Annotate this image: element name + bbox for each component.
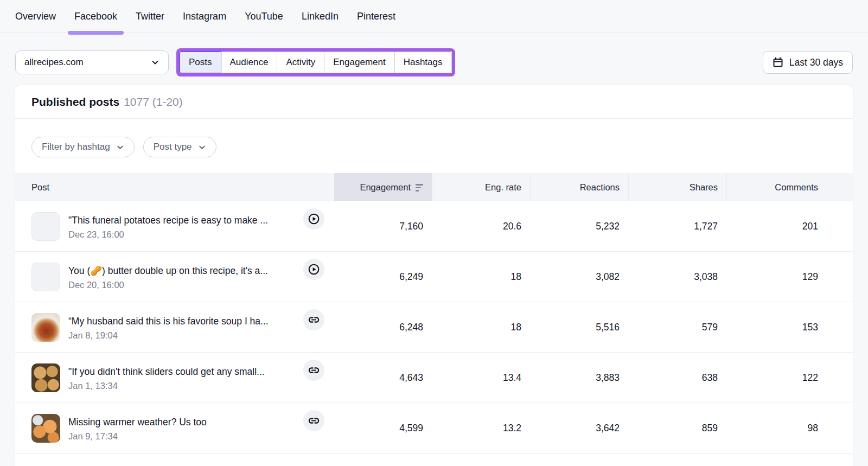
post-thumbnail [31, 313, 60, 342]
eng-rate-value: 20.6 [432, 221, 530, 232]
post-cell: "This funeral potatoes recipe is easy to… [15, 201, 334, 251]
tab-overview[interactable]: Overview [15, 0, 56, 33]
post-title[interactable]: “My husband said this is his favorite so… [68, 314, 269, 328]
engagement-value: 6,249 [334, 271, 432, 283]
tab-instagram[interactable]: Instagram [183, 0, 226, 33]
post-thumbnail [31, 263, 60, 291]
post-text: "This funeral potatoes recipe is easy to… [68, 213, 268, 240]
reactions-value: 3,082 [530, 271, 628, 283]
reactions-value: 3,642 [530, 423, 628, 434]
post-date: Jan 8, 19:04 [68, 330, 269, 341]
comments-value: 122 [726, 372, 853, 384]
shares-value: 579 [628, 322, 726, 333]
post-cell: You (🥜) butter double up on this recipe,… [15, 252, 334, 302]
column-header-reactions[interactable]: Reactions [530, 173, 628, 201]
eng-rate-value: 13.4 [432, 372, 530, 384]
comments-value: 201 [726, 221, 853, 232]
engagement-value: 6,248 [334, 322, 432, 333]
profile-select-value: allrecipes.com [24, 57, 84, 68]
post-title[interactable]: Missing warmer weather? Us too [68, 415, 207, 429]
tab-audience[interactable]: Audience [221, 52, 278, 73]
post-thumbnail [31, 363, 60, 392]
post-date: Jan 9, 17:34 [68, 431, 207, 442]
post-date: Dec 23, 16:00 [68, 229, 268, 240]
tab-posts[interactable]: Posts [180, 52, 221, 73]
link-icon[interactable] [303, 309, 324, 330]
annotation-highlight-box: Posts Audience Activity Engagement Hasht… [176, 48, 455, 76]
panel-title: Published posts [31, 95, 119, 108]
sort-desc-icon [416, 184, 423, 191]
eng-rate-value: 13.2 [432, 423, 530, 434]
column-header-eng-rate[interactable]: Eng. rate [432, 173, 530, 201]
play-icon[interactable] [303, 259, 324, 280]
tab-activity[interactable]: Activity [277, 52, 324, 73]
published-posts-panel: Published posts1077 (1-20) Filter by has… [15, 85, 853, 466]
comments-value: 98 [726, 423, 853, 434]
chevron-down-icon [198, 143, 206, 151]
post-text: Missing warmer weather? Us too Jan 9, 17… [68, 415, 207, 442]
tab-facebook[interactable]: Facebook [74, 0, 117, 33]
shares-value: 859 [628, 423, 726, 434]
active-tab-underline [68, 31, 124, 35]
post-date: Jan 1, 13:34 [68, 381, 265, 391]
posts-count: 1077 (1-20) [124, 95, 183, 108]
date-range-label: Last 30 days [789, 57, 843, 68]
eng-rate-value: 18 [432, 271, 530, 283]
tab-youtube[interactable]: YouTube [245, 0, 283, 33]
table-header: Post Engagement Eng. rate Reactions Shar… [15, 173, 853, 201]
post-title[interactable]: "This funeral potatoes recipe is easy to… [68, 213, 268, 227]
post-title[interactable]: You (🥜) butter double up on this recipe,… [68, 264, 268, 278]
post-title[interactable]: "If you didn't think sliders could get a… [68, 365, 265, 379]
table-row[interactable]: “My husband said this is his favorite so… [15, 302, 853, 353]
column-header-post: Post [15, 173, 334, 201]
reactions-value: 5,516 [530, 322, 628, 333]
table-row-partial [15, 454, 853, 466]
tab-linkedin[interactable]: LinkedIn [302, 0, 339, 33]
chevron-down-icon [151, 58, 159, 67]
link-icon[interactable] [303, 360, 324, 381]
shares-value: 638 [628, 372, 726, 384]
column-header-engagement[interactable]: Engagement [334, 173, 432, 201]
social-networks-nav: Overview Facebook Twitter Instagram YouT… [0, 0, 868, 33]
post-text: "If you didn't think sliders could get a… [68, 365, 265, 391]
reactions-value: 5,232 [530, 221, 628, 232]
engagement-value: 7,160 [334, 221, 432, 232]
tab-engagement[interactable]: Engagement [324, 52, 394, 73]
post-cell: “My husband said this is his favorite so… [15, 302, 334, 352]
chevron-down-icon [116, 143, 124, 151]
eng-rate-value: 18 [432, 322, 530, 333]
post-thumbnail [31, 212, 60, 241]
comments-value: 129 [726, 271, 853, 283]
reactions-value: 3,883 [530, 372, 628, 384]
panel-header: Published posts1077 (1-20) [15, 85, 853, 119]
shares-value: 3,038 [628, 271, 726, 283]
post-thumbnail [31, 414, 60, 443]
engagement-value: 4,643 [334, 372, 432, 384]
table-row[interactable]: Missing warmer weather? Us too Jan 9, 17… [15, 403, 853, 454]
date-range-button[interactable]: Last 30 days [763, 51, 853, 74]
report-section-tabs: Posts Audience Activity Engagement Hasht… [180, 52, 452, 73]
profile-select[interactable]: allrecipes.com [15, 50, 169, 74]
post-cell: Missing warmer weather? Us too Jan 9, 17… [15, 403, 334, 453]
toolbar: allrecipes.com Posts Audience Activity E… [0, 33, 868, 76]
tab-twitter[interactable]: Twitter [136, 0, 164, 33]
play-icon[interactable] [303, 208, 324, 229]
filter-by-hashtag-dropdown[interactable]: Filter by hashtag [31, 137, 135, 157]
comments-value: 153 [726, 322, 853, 333]
table-row[interactable]: "This funeral potatoes recipe is easy to… [15, 201, 853, 252]
tab-pinterest[interactable]: Pinterest [357, 0, 395, 33]
table-row[interactable]: "If you didn't think sliders could get a… [15, 353, 853, 403]
table-row[interactable]: You (🥜) butter double up on this recipe,… [15, 252, 853, 302]
post-text: You (🥜) butter double up on this recipe,… [68, 264, 268, 290]
link-icon[interactable] [303, 410, 324, 431]
column-header-comments[interactable]: Comments [726, 173, 853, 201]
post-text: “My husband said this is his favorite so… [68, 314, 269, 341]
post-type-dropdown[interactable]: Post type [143, 137, 216, 157]
calendar-icon [773, 57, 783, 68]
post-cell: "If you didn't think sliders could get a… [15, 353, 334, 403]
engagement-value: 4,599 [334, 423, 432, 434]
filters-row: Filter by hashtag Post type [15, 119, 853, 173]
post-date: Dec 20, 16:00 [68, 280, 268, 290]
tab-hashtags[interactable]: Hashtags [394, 52, 452, 73]
column-header-shares[interactable]: Shares [628, 173, 726, 201]
